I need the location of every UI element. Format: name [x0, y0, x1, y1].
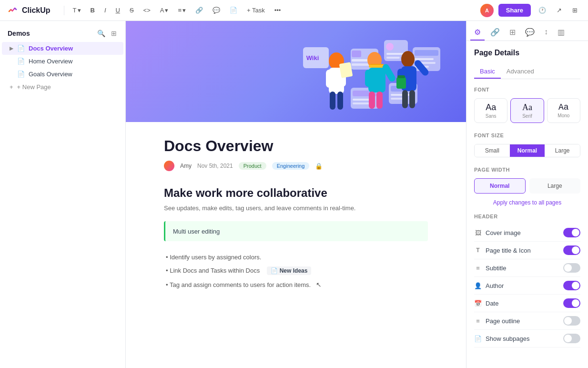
tab-sort[interactable]: ↕: [540, 25, 552, 41]
avatar[interactable]: A: [480, 4, 494, 17]
subpages-icon: 📄: [474, 335, 482, 342]
doc-icon: 📄: [230, 7, 237, 14]
font-preview-sans: Aa: [477, 102, 504, 112]
date-label: Date: [486, 300, 498, 307]
svg-rect-28: [337, 92, 343, 110]
sidebar-item-docs-overview[interactable]: ▶ 📄 Docs Overview: [2, 42, 123, 55]
sub-tab-advanced[interactable]: Advanced: [501, 65, 540, 79]
cover-image-toggle[interactable]: [563, 228, 580, 237]
font-mono[interactable]: Aa Mono: [547, 98, 580, 123]
font-preview-mono: Aa: [550, 102, 577, 112]
bullet-list: Identify users by assigned colors. Link …: [164, 251, 428, 291]
doc-title: Docs Overview: [164, 137, 428, 155]
callout-text: Multi user editing: [173, 228, 220, 235]
toggle-page-title: T Page title & Icon: [474, 242, 580, 259]
engineering-tag[interactable]: Engineering: [272, 162, 310, 170]
link-button[interactable]: 🔗: [193, 5, 206, 16]
code-button[interactable]: <>: [141, 5, 153, 16]
cover-image: Wiki: [126, 21, 466, 122]
font-serif[interactable]: Aa Serif: [510, 98, 544, 123]
size-normal[interactable]: Normal: [510, 144, 545, 157]
table-icon: ▥: [558, 28, 565, 36]
sort-icon: ↕: [544, 28, 548, 36]
date-toggle[interactable]: [563, 298, 580, 308]
svg-rect-9: [415, 50, 438, 56]
author-avatar: [164, 161, 174, 171]
cursor-icon: ↖: [316, 281, 322, 288]
sidebar-item-goals-overview[interactable]: 📄 Goals Overview: [2, 68, 123, 81]
tab-settings[interactable]: ⚙: [470, 25, 485, 41]
header-section-label: HEADER: [474, 214, 580, 219]
doc-content: Docs Overview Amy Nov 5th, 2021 Product …: [126, 122, 466, 307]
chevron-icon: ▶: [10, 46, 13, 51]
sidebar-item-label: Docs Overview: [29, 45, 73, 52]
font-label-mono: Mono: [550, 113, 577, 118]
panel-tabs: ⚙ 🔗 ⊞ 💬 ↕ ▥: [466, 21, 588, 41]
subpages-toggle[interactable]: [563, 334, 580, 343]
app-name: ClickUp: [22, 6, 51, 15]
layout-icon: ⊞: [572, 7, 578, 14]
tab-comments[interactable]: 💬: [521, 25, 538, 41]
subtitle-toggle[interactable]: [563, 263, 580, 273]
subtitle-icon: ≡: [474, 265, 482, 272]
comment-button[interactable]: 💬: [210, 5, 223, 16]
svg-rect-43: [409, 90, 415, 108]
svg-rect-34: [365, 70, 372, 87]
layout-button[interactable]: ⊞: [569, 5, 580, 16]
lock-icon: 🔒: [315, 163, 323, 170]
subpages-label: Show subpages: [486, 335, 530, 342]
toolbar-right: A Share 🕐 ↗ ⊞: [480, 4, 580, 17]
apply-changes-link[interactable]: Apply changes to all pages: [474, 199, 580, 206]
sidebar-item-home-overview[interactable]: 📄 Home Overview: [2, 55, 123, 68]
author-toggle[interactable]: [563, 281, 580, 290]
export-button[interactable]: ↗: [554, 5, 565, 16]
text-format-button[interactable]: T ▾: [70, 5, 84, 16]
bold-button[interactable]: B: [88, 5, 98, 16]
underline-button[interactable]: U: [113, 5, 123, 16]
svg-rect-21: [391, 94, 412, 96]
history-button[interactable]: 🕐: [536, 5, 549, 16]
tab-table[interactable]: ▥: [554, 25, 568, 41]
page-width-options: Normal Large: [474, 178, 580, 194]
width-normal[interactable]: Normal: [474, 178, 526, 194]
svg-rect-42: [402, 90, 408, 108]
list-item: Tag and assign comments to users for act…: [164, 278, 428, 291]
font-sans[interactable]: Aa Sans: [474, 98, 507, 123]
svg-rect-1: [352, 51, 361, 57]
svg-point-38: [401, 51, 415, 67]
page-title-toggle[interactable]: [563, 245, 580, 255]
inline-link-text: New Ideas: [280, 267, 308, 274]
product-tag[interactable]: Product: [239, 162, 266, 170]
sidebar-search-button[interactable]: 🔍: [96, 29, 106, 38]
new-page-button[interactable]: + + New Page: [2, 81, 123, 93]
page-icon: 📄: [17, 58, 25, 65]
sidebar-header: Demos 🔍 ⊞: [0, 27, 125, 42]
more-button[interactable]: •••: [272, 5, 284, 16]
links-icon: 🔗: [490, 28, 500, 36]
tab-grid[interactable]: ⊞: [506, 25, 519, 41]
align-button[interactable]: ≡ ▾: [175, 5, 189, 16]
svg-rect-18: [353, 102, 370, 104]
app-logo[interactable]: ClickUp: [8, 5, 51, 16]
doc-button[interactable]: 📄: [227, 5, 240, 16]
share-button[interactable]: Share: [498, 4, 531, 17]
italic-button[interactable]: I: [101, 5, 109, 16]
font-label-sans: Sans: [477, 113, 504, 119]
sidebar-layout-button[interactable]: ⊞: [110, 29, 118, 38]
sidebar: Demos 🔍 ⊞ ▶ 📄 Docs Overview 📄 Home Overv…: [0, 21, 126, 368]
search-icon: 🔍: [97, 30, 105, 37]
size-small[interactable]: Small: [475, 144, 510, 157]
strikethrough-button[interactable]: S: [127, 5, 137, 16]
task-button[interactable]: + Task: [244, 5, 268, 16]
svg-rect-44: [396, 77, 406, 89]
doc-date: Nov 5th, 2021: [197, 163, 233, 169]
tab-links[interactable]: 🔗: [487, 25, 504, 41]
main-layout: Demos 🔍 ⊞ ▶ 📄 Docs Overview 📄 Home Overv…: [0, 21, 588, 368]
inline-link[interactable]: 📄 New Ideas: [267, 266, 312, 275]
page-outline-toggle[interactable]: [563, 316, 580, 326]
sub-tab-basic[interactable]: Basic: [474, 65, 501, 79]
toggle-page-outline: ≡ Page outline: [474, 312, 580, 330]
size-large[interactable]: Large: [545, 144, 580, 157]
color-button[interactable]: A ▾: [157, 5, 172, 16]
width-large[interactable]: Large: [529, 178, 581, 194]
